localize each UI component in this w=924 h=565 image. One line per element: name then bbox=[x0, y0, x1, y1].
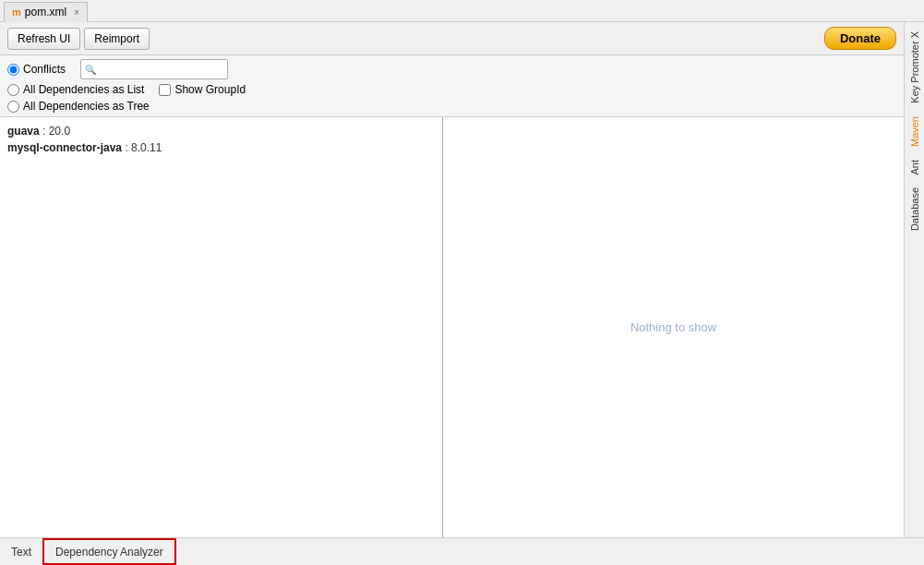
app-body: Key Promoter X Maven Ant Database Refres… bbox=[0, 22, 924, 537]
all-deps-list-label: All Dependencies as List bbox=[23, 83, 144, 96]
conflicts-radio-label[interactable]: Conflicts bbox=[7, 63, 66, 76]
all-deps-tree-label: All Dependencies as Tree bbox=[23, 100, 150, 113]
reimport-button[interactable]: Reimport bbox=[84, 28, 150, 50]
sidebar-item-ant[interactable]: Ant bbox=[907, 154, 922, 181]
show-groupid-checkbox[interactable] bbox=[159, 84, 171, 96]
conflicts-label: Conflicts bbox=[23, 63, 66, 76]
tab-bar: m pom.xml × bbox=[0, 0, 924, 22]
toolbar: Refresh UI Reimport Donate bbox=[0, 22, 904, 55]
show-groupid-text: Show GroupId bbox=[174, 83, 246, 96]
bottom-bar: Text Dependency Analyzer bbox=[0, 537, 924, 565]
conflicts-radio[interactable] bbox=[7, 64, 19, 76]
filter-row-1: Conflicts 🔍 bbox=[7, 59, 896, 79]
all-deps-list-radio[interactable] bbox=[7, 84, 19, 96]
main-content: guava : 20.0 mysql-connector-java : 8.0.… bbox=[0, 117, 904, 537]
dep-name-mysql: mysql-connector-java bbox=[7, 141, 122, 154]
search-input[interactable] bbox=[96, 64, 223, 75]
sidebar-item-key-promoter[interactable]: Key Promoter X bbox=[907, 26, 922, 109]
toolbar-left: Refresh UI Reimport bbox=[7, 28, 824, 50]
all-deps-tree-radio-label[interactable]: All Dependencies as Tree bbox=[7, 100, 150, 113]
nothing-to-show-text: Nothing to show bbox=[630, 320, 716, 334]
refresh-ui-button[interactable]: Refresh UI bbox=[7, 28, 80, 50]
dep-version-mysql: : 8.0.11 bbox=[125, 141, 162, 154]
tab-label: pom.xml bbox=[25, 6, 66, 18]
all-deps-tree-radio[interactable] bbox=[7, 101, 19, 113]
filter-area: Conflicts 🔍 All Dependencies as List Sho… bbox=[0, 55, 904, 117]
dependency-mysql[interactable]: mysql-connector-java : 8.0.11 bbox=[7, 139, 435, 156]
all-deps-list-radio-label[interactable]: All Dependencies as List bbox=[7, 83, 144, 96]
maven-icon: m bbox=[12, 6, 21, 18]
dep-name-guava: guava bbox=[7, 125, 40, 138]
search-box[interactable]: 🔍 bbox=[80, 59, 228, 79]
dependency-guava[interactable]: guava : 20.0 bbox=[7, 123, 435, 139]
bottom-tab-dependency-analyzer[interactable]: Dependency Analyzer bbox=[42, 538, 176, 565]
filter-row-2: All Dependencies as List Show GroupId bbox=[7, 83, 896, 96]
close-icon[interactable]: × bbox=[74, 7, 79, 18]
pom-xml-tab[interactable]: m pom.xml × bbox=[4, 2, 88, 22]
donate-button[interactable]: Donate bbox=[824, 27, 896, 50]
search-icon: 🔍 bbox=[85, 65, 96, 75]
right-sidebar: Key Promoter X Maven Ant Database bbox=[904, 22, 924, 537]
sidebar-item-maven[interactable]: Maven bbox=[907, 111, 922, 152]
right-panel: Nothing to show bbox=[443, 117, 904, 537]
sidebar-item-database[interactable]: Database bbox=[907, 182, 922, 236]
show-groupid-label[interactable]: Show GroupId bbox=[159, 83, 246, 96]
filter-row-3: All Dependencies as Tree bbox=[7, 100, 896, 113]
bottom-tab-text[interactable]: Text bbox=[0, 538, 42, 565]
left-panel: guava : 20.0 mysql-connector-java : 8.0.… bbox=[0, 117, 443, 537]
dep-version-guava: : 20.0 bbox=[42, 125, 70, 138]
